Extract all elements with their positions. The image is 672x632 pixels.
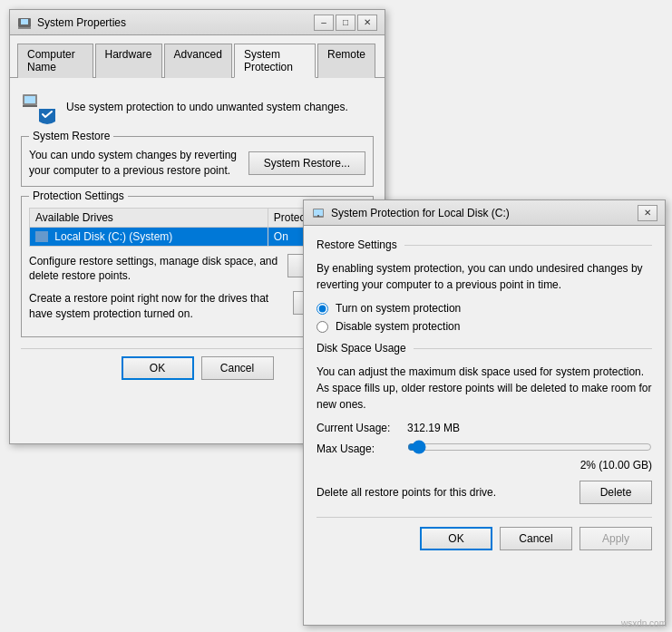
radio-on-label: Turn on system protection bbox=[336, 302, 461, 315]
max-usage-row: Max Usage: bbox=[317, 440, 652, 457]
config-text2: Create a restore point right now for the… bbox=[29, 291, 286, 322]
header-text: Use system protection to undo unwanted s… bbox=[66, 101, 348, 113]
system-restore-button[interactable]: System Restore... bbox=[248, 151, 365, 175]
ok-button[interactable]: OK bbox=[122, 356, 194, 380]
header-section: Use system protection to undo unwanted s… bbox=[21, 89, 374, 125]
disk-divider bbox=[414, 348, 652, 349]
tab-computer-name[interactable]: Computer Name bbox=[17, 44, 93, 78]
drive-name: Local Disk (C:) (System) bbox=[30, 227, 268, 246]
disk-ok-button[interactable]: OK bbox=[420, 527, 492, 550]
disk-space-slider[interactable] bbox=[407, 440, 652, 454]
tab-advanced[interactable]: Advanced bbox=[164, 44, 232, 78]
radio-on-input[interactable] bbox=[317, 303, 328, 315]
tab-hardware[interactable]: Hardware bbox=[95, 44, 162, 78]
slider-container bbox=[407, 440, 652, 457]
disk-protection-window: System Protection for Local Disk (C:) ✕ … bbox=[303, 199, 666, 626]
protection-settings-label: Protection Settings bbox=[29, 190, 128, 202]
svg-point-8 bbox=[317, 215, 319, 217]
system-properties-icon bbox=[17, 15, 32, 30]
disk-window-controls: ✕ bbox=[638, 205, 657, 221]
config-text1: Configure restore settings, manage disk … bbox=[29, 254, 280, 285]
radio-off-label: Disable system protection bbox=[336, 320, 460, 333]
delete-row: Delete all restore points for this drive… bbox=[317, 481, 652, 504]
svg-rect-5 bbox=[23, 105, 37, 107]
system-restore-group: System Restore You can undo system chang… bbox=[21, 136, 374, 187]
current-usage-row: Current Usage: 312.19 MB bbox=[317, 422, 652, 434]
disk-cancel-button[interactable]: Cancel bbox=[500, 527, 572, 550]
restore-content: You can undo system changes by reverting… bbox=[29, 148, 365, 179]
svg-rect-7 bbox=[314, 209, 323, 216]
radio-disable[interactable]: Disable system protection bbox=[317, 320, 652, 333]
restore-desc: You can undo system changes by reverting… bbox=[29, 148, 239, 179]
svg-rect-2 bbox=[18, 27, 31, 29]
disk-protection-title: System Protection for Local Disk (C:) bbox=[331, 207, 638, 219]
disk-protection-title-bar: System Protection for Local Disk (C:) ✕ bbox=[304, 200, 665, 226]
delete-text: Delete all restore points for this drive… bbox=[317, 486, 579, 499]
tab-system-protection[interactable]: System Protection bbox=[234, 44, 316, 78]
watermark: wsxdn.com bbox=[621, 618, 667, 628]
shield-icon bbox=[21, 89, 57, 125]
delete-button[interactable]: Delete bbox=[579, 481, 652, 504]
disk-dialog-buttons: OK Cancel Apply bbox=[317, 517, 652, 550]
restore-settings-section: Restore Settings bbox=[317, 238, 652, 251]
system-properties-title-bar: System Properties – □ ✕ bbox=[10, 10, 385, 35]
disk-space-label: Disk Space Usage bbox=[317, 342, 406, 355]
close-button[interactable]: ✕ bbox=[357, 15, 377, 31]
system-restore-label: System Restore bbox=[29, 130, 113, 142]
window-controls: – □ ✕ bbox=[314, 15, 377, 31]
tab-bar: Computer Name Hardware Advanced System P… bbox=[10, 35, 385, 78]
cancel-button[interactable]: Cancel bbox=[201, 356, 274, 380]
disk-protection-icon bbox=[311, 206, 326, 220]
disk-close-button[interactable]: ✕ bbox=[638, 205, 657, 221]
maximize-button[interactable]: □ bbox=[336, 15, 355, 31]
disk-space-header: Disk Space Usage bbox=[317, 342, 652, 355]
radio-off-input[interactable] bbox=[317, 321, 328, 333]
disk-space-info: You can adjust the maximum disk space us… bbox=[317, 364, 652, 413]
disk-space-section: Disk Space Usage You can adjust the maxi… bbox=[317, 342, 652, 472]
svg-rect-1 bbox=[21, 19, 28, 24]
tab-remote[interactable]: Remote bbox=[317, 44, 375, 78]
current-usage-label: Current Usage: bbox=[317, 422, 407, 434]
max-usage-label: Max Usage: bbox=[317, 442, 407, 455]
restore-settings-label: Restore Settings bbox=[317, 238, 397, 251]
radio-turn-on[interactable]: Turn on system protection bbox=[317, 302, 652, 315]
apply-button[interactable]: Apply bbox=[579, 527, 652, 550]
percent-label: 2% (10.00 GB) bbox=[317, 459, 652, 472]
drive-icon bbox=[35, 231, 48, 242]
col-drives: Available Drives bbox=[30, 208, 268, 227]
current-usage-value: 312.19 MB bbox=[407, 422, 460, 434]
restore-info: By enabling system protection, you can u… bbox=[317, 260, 652, 293]
divider bbox=[404, 245, 652, 246]
minimize-button[interactable]: – bbox=[314, 15, 334, 31]
system-properties-title: System Properties bbox=[37, 16, 314, 29]
svg-rect-4 bbox=[24, 96, 35, 103]
disk-protection-content: Restore Settings By enabling system prot… bbox=[304, 226, 665, 563]
